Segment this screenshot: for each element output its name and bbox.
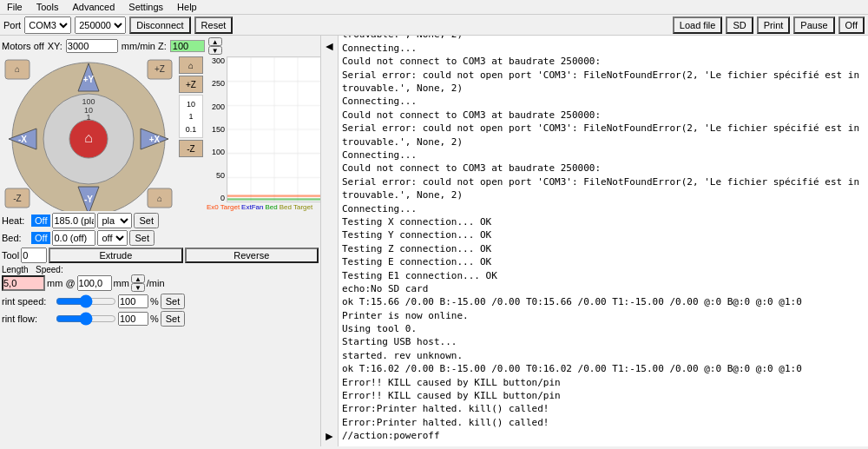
- z-value-input[interactable]: [170, 40, 205, 52]
- toolbar: Port COM3 COM1 COM2 COM4 250000 115200 9…: [0, 15, 868, 36]
- y-label-100: 100: [207, 148, 225, 156]
- log-line: Serial error: could not open port 'COM3'…: [342, 122, 865, 149]
- log-line: Connecting...: [342, 95, 865, 108]
- z-step-1[interactable]: 1: [188, 112, 193, 121]
- collapse-btn[interactable]: ◄: [322, 36, 338, 56]
- log-line: started. rev unknown.: [342, 349, 865, 362]
- print-controls: rint speed: % Set rint flow: % Set: [2, 294, 319, 327]
- y-label-200: 200: [207, 102, 225, 111]
- log-line: Testing X connection... OK: [342, 215, 865, 228]
- print-speed-label: rint speed:: [2, 296, 54, 307]
- bed-set-btn[interactable]: Set: [129, 230, 155, 246]
- motors-status: Motors off: [2, 41, 44, 51]
- log-line: Using tool 0.: [342, 322, 865, 335]
- chart-with-y-axis: 300 250 200 150 100 50 0: [207, 56, 321, 202]
- log-line: Could not connect to COM3 at baudrate 25…: [342, 55, 865, 68]
- reverse-btn[interactable]: Reverse: [185, 248, 319, 263]
- extruder-off-btn[interactable]: Off: [31, 215, 50, 227]
- print-flow-pct: %: [150, 314, 159, 324]
- log-line: Error!! KILL caused by KILL button/pin: [342, 376, 865, 389]
- bed-temp-row: Bed: Off off5060 Set: [2, 230, 319, 246]
- extruder-set-btn[interactable]: Set: [134, 213, 159, 228]
- extrude-btn[interactable]: Extrude: [49, 248, 182, 263]
- menu-settings[interactable]: Settings: [125, 1, 167, 13]
- bed-off-btn[interactable]: Off: [31, 232, 50, 244]
- temperature-chart: [227, 56, 321, 202]
- z-home-btn[interactable]: ⌂: [179, 56, 203, 74]
- bed-temp-input[interactable]: [52, 230, 95, 246]
- menu-bar: File Tools Advanced Settings Help: [0, 0, 868, 15]
- print-speed-value[interactable]: [118, 294, 148, 308]
- print-flow-value[interactable]: [118, 312, 148, 326]
- xy-label: XY:: [48, 41, 62, 51]
- extruder-temp-input[interactable]: [52, 213, 95, 228]
- menu-file[interactable]: File: [3, 1, 26, 13]
- pause-button[interactable]: Pause: [793, 17, 834, 34]
- log-line: Error!! KILL caused by KILL button/pin: [342, 389, 865, 402]
- z-step-01[interactable]: 0.1: [186, 125, 197, 134]
- bed-preset-select[interactable]: off5060: [97, 230, 128, 246]
- print-speed-row: rint speed: % Set: [2, 294, 319, 309]
- log-line: Error:Printer halted. kill() called!: [342, 402, 865, 415]
- svg-text:⌂: ⌂: [157, 194, 162, 203]
- z-up-btn[interactable]: ▲: [208, 37, 222, 46]
- legend-extfan: ExtFan: [241, 203, 263, 211]
- svg-text:+Z: +Z: [155, 64, 165, 74]
- length-speed-section: Length Speed: mm @ mm ▲ ▼ /min: [2, 265, 319, 292]
- baud-select[interactable]: 250000 115200 9600: [75, 17, 126, 34]
- print-speed-set-btn[interactable]: Set: [161, 294, 186, 309]
- sd-button[interactable]: SD: [726, 17, 753, 34]
- off-button[interactable]: Off: [838, 17, 865, 34]
- legend-ex0-target: Ex0 Target: [207, 203, 240, 211]
- z-controls-panel: ⌂ +Z 10 1 0.1 -Z: [179, 56, 203, 211]
- disconnect-button[interactable]: Disconnect: [129, 17, 190, 34]
- load-file-button[interactable]: Load file: [673, 17, 723, 34]
- y-label-50: 50: [207, 171, 225, 180]
- bed-label: Bed:: [2, 233, 30, 243]
- z-minus-btn[interactable]: -Z: [179, 140, 203, 157]
- expand-btn[interactable]: ►: [322, 426, 338, 446]
- print-speed-pct: %: [150, 296, 159, 307]
- print-flow-set-btn[interactable]: Set: [161, 311, 186, 327]
- log-line: Could not connect to COM3 at baudrate 25…: [342, 109, 865, 122]
- speed-input[interactable]: [77, 275, 112, 291]
- mm-label: mm @: [47, 278, 76, 288]
- log-line: Testing Z connection... OK: [342, 242, 865, 255]
- extruder-preset-select[interactable]: plaabspet: [97, 213, 132, 228]
- y-label-150: 150: [207, 125, 225, 134]
- length-input[interactable]: [2, 275, 45, 291]
- log-line: Starting USB host...: [342, 335, 865, 348]
- y-label-300: 300: [207, 56, 225, 65]
- tool-input[interactable]: [21, 248, 47, 263]
- print-flow-row: rint flow: % Set: [2, 311, 319, 327]
- len-speed-row: mm @ mm ▲ ▼ /min: [2, 274, 319, 292]
- xy-value-input[interactable]: [66, 39, 118, 53]
- print-speed-slider[interactable]: [56, 294, 116, 308]
- menu-advanced[interactable]: Advanced: [69, 1, 118, 13]
- port-select[interactable]: COM3 COM1 COM2 COM4: [24, 17, 71, 34]
- z-down-btn[interactable]: ▼: [208, 46, 222, 55]
- z-step-10[interactable]: 10: [187, 100, 195, 109]
- y-label-0: 0: [207, 194, 225, 202]
- legend-bed: Bed: [265, 203, 277, 211]
- menu-help[interactable]: Help: [174, 1, 201, 13]
- port-label: Port: [3, 20, 21, 30]
- svg-text:100: 100: [82, 97, 95, 106]
- z-plus-btn[interactable]: +Z: [179, 76, 203, 93]
- print-flow-label: rint flow:: [2, 314, 54, 324]
- speed-down-btn[interactable]: ▼: [131, 283, 145, 292]
- reset-button[interactable]: Reset: [194, 17, 233, 34]
- log-panel[interactable]: Printer is not online. Unable to move.No…: [339, 36, 868, 446]
- main-content: Motors off XY: mm/min Z: ▲ ▼: [0, 36, 868, 446]
- header-row: Length Speed:: [2, 265, 319, 274]
- jog-container: +Y -Y -X +X ⌂ 100 10 1: [2, 56, 319, 211]
- print-flow-slider[interactable]: [56, 312, 116, 326]
- log-line: Error:Printer halted. kill() called!: [342, 416, 865, 429]
- speed-col-header: Speed:: [36, 265, 105, 274]
- heat-label: Heat:: [2, 215, 30, 226]
- speed-up-btn[interactable]: ▲: [131, 274, 145, 283]
- print-button[interactable]: Print: [757, 17, 791, 34]
- middle-panel: ◄ ►: [321, 36, 339, 446]
- menu-tools[interactable]: Tools: [33, 1, 62, 13]
- min-label2: /min: [147, 278, 165, 288]
